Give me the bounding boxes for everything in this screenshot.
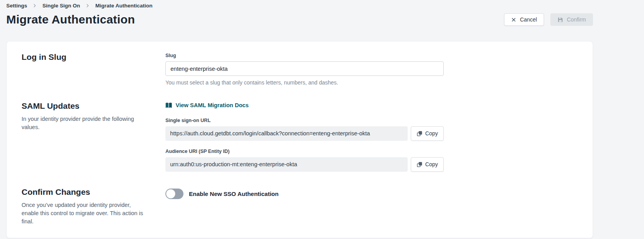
enable-sso-toggle-row: Enable New SSO Authentication: [165, 189, 578, 199]
enable-sso-toggle[interactable]: [165, 189, 183, 199]
copy-sso-url-button[interactable]: Copy: [411, 126, 444, 141]
confirm-button-label: Confirm: [567, 16, 586, 23]
cancel-button-label: Cancel: [520, 16, 537, 23]
book-icon: [165, 102, 172, 108]
docs-link-label: View SAML Migration Docs: [176, 102, 249, 108]
sso-url-group: Single sign-on URL https://auth.cloud.ge…: [165, 118, 578, 141]
enable-sso-toggle-label: Enable New SSO Authentication: [189, 190, 279, 197]
toggle-knob: [166, 189, 175, 198]
login-slug-heading: Log in Slug: [22, 52, 165, 62]
audience-uri-value: urn:auth0:us-production-mt:enteng-enterp…: [165, 157, 408, 172]
login-slug-section: Log in Slug Slug You must select a slug …: [22, 52, 578, 86]
page-container: Settings Single Sign On Migrate Authenti…: [6, 0, 593, 238]
breadcrumb-migrate-authentication: Migrate Authentication: [95, 3, 152, 9]
copy-audience-uri-button[interactable]: Copy: [411, 157, 444, 172]
save-icon: [557, 17, 563, 23]
migrate-authentication-card: Log in Slug Slug You must select a slug …: [6, 41, 593, 238]
chevron-right-icon: [85, 4, 90, 8]
slug-input[interactable]: [165, 61, 444, 76]
header-actions: Cancel Confirm: [504, 13, 593, 26]
sso-url-value: https://auth.cloud.getdbt.com/login/call…: [165, 126, 408, 141]
breadcrumb-settings[interactable]: Settings: [6, 3, 27, 9]
copy-button-label: Copy: [425, 130, 438, 137]
confirm-changes-description: Once you’ve updated your identity provid…: [22, 201, 147, 226]
saml-updates-heading: SAML Updates: [22, 101, 165, 111]
slug-label: Slug: [165, 53, 578, 58]
page-title: Migrate Authentication: [6, 13, 135, 26]
sso-url-label: Single sign-on URL: [165, 118, 578, 123]
audience-uri-group: Audience URI (SP Entity ID) urn:auth0:us…: [165, 149, 578, 172]
confirm-button[interactable]: Confirm: [550, 13, 593, 26]
breadcrumb: Settings Single Sign On Migrate Authenti…: [6, 0, 593, 9]
copy-icon: [417, 131, 423, 137]
chevron-right-icon: [33, 4, 37, 8]
cancel-button[interactable]: Cancel: [504, 13, 544, 26]
audience-uri-label: Audience URI (SP Entity ID): [165, 149, 578, 154]
slug-help-text: You must select a slug that only contain…: [165, 79, 578, 86]
close-icon: [511, 17, 516, 22]
copy-icon: [417, 162, 423, 167]
copy-button-label: Copy: [425, 161, 438, 167]
saml-updates-description: In your identity provider provide the fo…: [22, 115, 147, 132]
confirm-changes-heading: Confirm Changes: [22, 187, 165, 197]
page-header: Migrate Authentication Cancel Confirm: [6, 13, 593, 26]
breadcrumb-single-sign-on[interactable]: Single Sign On: [42, 3, 80, 9]
confirm-changes-section: Confirm Changes Once you’ve updated your…: [22, 187, 578, 226]
saml-updates-section: SAML Updates In your identity provider p…: [22, 101, 578, 172]
view-saml-migration-docs-link[interactable]: View SAML Migration Docs: [165, 102, 249, 108]
